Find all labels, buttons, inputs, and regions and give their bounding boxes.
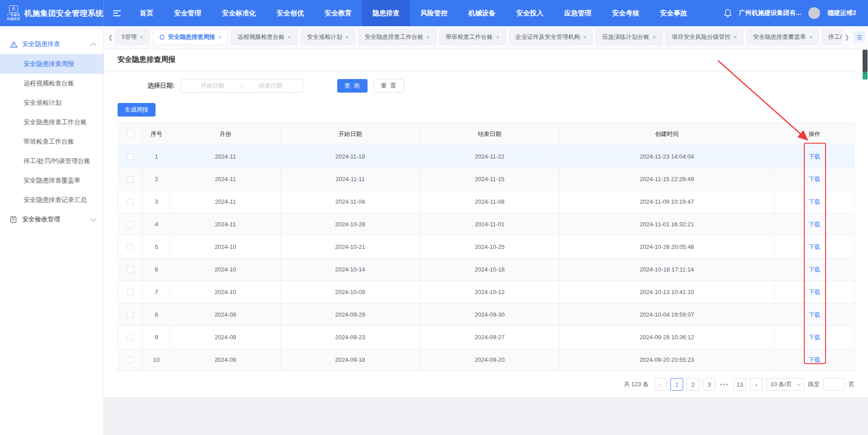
nav-item-安全教育[interactable]: 安全教育 [314, 0, 362, 26]
tab-close-icon[interactable]: × [734, 34, 737, 41]
page-scrollbar[interactable] [862, 40, 868, 435]
tab-close-icon[interactable]: × [218, 34, 222, 41]
jump-page-input[interactable] [823, 378, 845, 391]
nav-item-隐患排查[interactable]: 隐患排查 [362, 0, 410, 26]
sidebar-item-安全隐患排查覆盖率[interactable]: 安全隐患排查覆盖率 [0, 171, 104, 190]
page-button-3[interactable]: 3 [703, 378, 716, 391]
nav-item-应急管理[interactable]: 应急管理 [554, 0, 602, 26]
search-button[interactable]: 查 询 [337, 79, 368, 93]
tab-close-icon[interactable]: × [288, 34, 291, 41]
tab-安全巡检计划[interactable]: 安全巡检计划× [301, 29, 355, 45]
row-checkbox[interactable] [127, 154, 133, 160]
row-checkbox[interactable] [127, 267, 133, 273]
sidebar-item-带班检查工作台账[interactable]: 带班检查工作台账 [0, 132, 104, 151]
user-avatar[interactable] [808, 7, 820, 19]
tab-close-icon[interactable]: × [140, 34, 143, 41]
page-button-1[interactable]: 1 [670, 378, 683, 391]
download-link[interactable]: 下载 [809, 221, 821, 228]
date-range-input[interactable]: 开始日期 ~ 结束日期 [180, 79, 303, 93]
nav-item-机械设备[interactable]: 机械设备 [458, 0, 506, 26]
cell-month: 2024-11 [170, 145, 281, 168]
tab-带班检查工作台账[interactable]: 带班检查工作台账× [439, 29, 506, 45]
cell-end-date: 2024-09-30 [420, 304, 560, 326]
download-link[interactable]: 下载 [809, 243, 821, 250]
nav-item-风险管控[interactable]: 风险管控 [410, 0, 458, 26]
tab-项目安全风险分级管控[interactable]: 项目安全风险分级管控× [665, 29, 744, 45]
tab-应急演练计划台账[interactable]: 应急演练计划台账× [596, 29, 662, 45]
cell-start-date: 2024-11-04 [281, 191, 420, 213]
download-link[interactable]: 下载 [809, 198, 821, 205]
row-select-cell [118, 236, 143, 258]
download-link[interactable]: 下载 [809, 356, 821, 363]
tab-安全隐患排查覆盖率[interactable]: 安全隐患排查覆盖率× [746, 29, 819, 45]
body-row: 安全隐患排查安全隐患排查周报远程视频检查台账安全巡检计划安全隐患排查工作台账带班… [0, 26, 868, 435]
tab-close-icon[interactable]: × [583, 34, 587, 41]
sidebar-item-安全隐患排查记录汇总[interactable]: 安全隐患排查记录汇总 [0, 190, 104, 210]
nav-item-安全投入[interactable]: 安全投入 [506, 0, 554, 26]
sidebar-item-安全隐患排查周报[interactable]: 安全隐患排查周报 [0, 54, 104, 74]
nav-item-安全事故[interactable]: 安全事故 [650, 0, 698, 26]
sidebar-group-安全验收管理[interactable]: 安全验收管理 [0, 210, 104, 229]
sidebar-item-安全巡检计划[interactable]: 安全巡检计划 [0, 93, 104, 112]
tab-远程视频检查台账[interactable]: 远程视频检查台账× [231, 29, 297, 45]
tab-停工/处罚/约谈[interactable]: 停工/处罚/约谈× [822, 29, 842, 45]
row-checkbox[interactable] [127, 244, 133, 250]
page-button-2[interactable]: 2 [687, 378, 699, 391]
row-checkbox[interactable] [127, 334, 133, 341]
cell-seq: 1 [143, 145, 170, 168]
tab-close-icon[interactable]: × [809, 34, 812, 41]
row-checkbox[interactable] [127, 176, 133, 182]
nav-item-首页[interactable]: 首页 [129, 0, 164, 26]
sidebar-group-安全隐患排查[interactable]: 安全隐患排查 [0, 34, 104, 54]
tab-close-icon[interactable]: × [345, 34, 349, 41]
next-page-button[interactable]: › [750, 378, 763, 391]
download-link[interactable]: 下载 [809, 266, 821, 273]
download-link[interactable]: 下载 [809, 311, 821, 318]
tab-5管理[interactable]: 5管理× [115, 29, 150, 45]
tab-scroll-left-icon[interactable]: ❮ [106, 34, 115, 41]
tab-label: 安全隐患排查周报 [168, 33, 215, 41]
sidebar-collapse-icon[interactable] [104, 0, 129, 26]
tab-close-icon[interactable]: × [652, 34, 656, 41]
nav-item-安全管理[interactable]: 安全管理 [164, 0, 212, 26]
download-link[interactable]: 下载 [809, 334, 821, 341]
page-size-select[interactable]: 10 条/页 [766, 378, 804, 391]
cell-end-date: 2024-11-15 [420, 168, 560, 191]
sidebar-item-安全隐患排查工作台账[interactable]: 安全隐患排查工作台账 [0, 112, 104, 132]
prev-page-button[interactable]: ‹ [654, 378, 667, 391]
cell-start-date: 2024-10-28 [281, 213, 420, 236]
row-checkbox[interactable] [127, 312, 133, 318]
tab-安全隐患排查周报[interactable]: 安全隐患排查周报× [153, 29, 228, 45]
row-checkbox[interactable] [127, 199, 133, 205]
tab-close-icon[interactable]: × [427, 34, 430, 41]
nav-item-安全创优[interactable]: 安全创优 [266, 0, 314, 26]
download-link[interactable]: 下载 [809, 289, 821, 295]
pagination-ellipsis[interactable]: ••• [719, 381, 730, 388]
download-link[interactable]: 下载 [809, 153, 821, 160]
row-checkbox[interactable] [127, 221, 133, 228]
nav-item-安全标准化[interactable]: 安全标准化 [212, 0, 266, 26]
reset-button[interactable]: 重 置 [373, 79, 404, 93]
notification-bell-icon[interactable] [724, 9, 732, 18]
sidebar-item-远程视频检查台账[interactable]: 远程视频检查台账 [0, 74, 104, 93]
row-checkbox[interactable] [127, 289, 133, 295]
company-name[interactable]: 广州机施建设集团有... [739, 9, 802, 17]
username[interactable]: 穗建运维2 [827, 9, 856, 17]
row-checkbox[interactable] [127, 357, 133, 363]
sidebar-item-停工/处罚/约谈管理台账[interactable]: 停工/处罚/约谈管理台账 [0, 151, 104, 171]
tab-安全隐患排查工作台账[interactable]: 安全隐患排查工作台账× [359, 29, 437, 45]
tab-scroll-right-icon[interactable]: ❯ [842, 34, 852, 41]
row-select-cell [118, 281, 143, 304]
select-all-checkbox[interactable] [127, 131, 133, 137]
page-button-13[interactable]: 13 [734, 378, 746, 391]
tab-close-icon[interactable]: × [496, 34, 500, 41]
col-header-序号: 序号 [143, 123, 170, 145]
tab-企业证件及安全管理机构[interactable]: 企业证件及安全管理机构× [509, 29, 593, 45]
table-row: 62024-102024-10-142024-10-182024-10-18 1… [118, 258, 855, 281]
scrollbar-thumb[interactable] [863, 50, 868, 72]
download-link[interactable]: 下载 [809, 176, 821, 182]
generate-report-button[interactable]: 生成周报 [118, 103, 156, 117]
nav-item-安全考核[interactable]: 安全考核 [602, 0, 650, 26]
col-header-创建时间: 创建时间 [560, 123, 774, 145]
side-widget[interactable] [863, 72, 868, 80]
